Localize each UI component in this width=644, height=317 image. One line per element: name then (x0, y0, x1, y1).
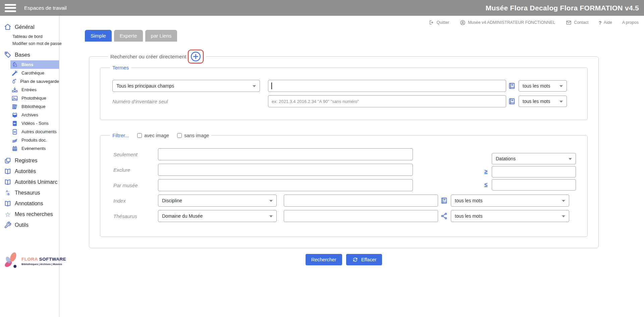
sidebar-item-phototheque[interactable]: Photothèque (10, 94, 59, 102)
greater-equal-link[interactable]: ≥ (484, 168, 487, 175)
date-to-input[interactable] (492, 179, 576, 191)
sidebar-item-bibliotheque[interactable]: Bibliothèque (10, 102, 59, 111)
star-icon: ☆ (4, 211, 11, 218)
sidebar-section-label: Bases (15, 52, 30, 58)
open-book-icon (4, 200, 11, 207)
inventory-number-input[interactable] (268, 95, 506, 107)
core-sample-icon (11, 70, 18, 76)
without-image-checkbox[interactable]: sans image (177, 133, 209, 138)
sidebar-item-outils[interactable]: Outils (0, 220, 59, 230)
contact-link[interactable]: Contact (565, 19, 588, 26)
tab-simple[interactable]: Simple (85, 30, 112, 42)
filter-legend[interactable]: Filtrer... (112, 133, 129, 138)
checkbox-icon (137, 133, 142, 138)
sidebar-item-autorites[interactable]: Autorités (0, 166, 59, 177)
share-network-icon[interactable] (440, 212, 448, 220)
workspace-label[interactable]: Espaces de travail (24, 5, 67, 11)
sidebar-item-videos-sons[interactable]: Vidéos - Sons (10, 119, 59, 127)
create-record-button[interactable] (190, 51, 201, 62)
hamburger-menu-icon[interactable] (5, 4, 16, 12)
user-menu[interactable]: Musée v4 ADMINISTRATEUR FONCTIONNEL (459, 19, 555, 26)
search-tabs: Simple Experte par Liens (85, 30, 177, 42)
inbox-download-icon (11, 87, 18, 93)
clear-button[interactable]: Effacer (346, 254, 382, 265)
field-scope-select[interactable]: Tous les principaux champs (112, 80, 260, 92)
sidebar-section-general[interactable]: Général (0, 22, 59, 31)
search-term-input[interactable] (268, 80, 506, 92)
app-title: Musée Flora Decalog Flora FORMATION v4.5 (486, 0, 639, 16)
tab-par-liens[interactable]: par Liens (145, 30, 177, 42)
thesaurus-scope-select[interactable]: Domaine du Musée (158, 210, 277, 222)
user-icon (459, 19, 466, 26)
exclude-input[interactable] (158, 164, 413, 176)
page: Espaces de travail Musée Flora Decalog F… (0, 0, 644, 317)
about-link[interactable]: A propos (622, 20, 639, 25)
index-book-icon[interactable] (440, 197, 448, 204)
date-from-input[interactable] (492, 166, 576, 177)
sort-alpha-icon: A↓↑B (4, 189, 11, 197)
index-book-icon[interactable] (508, 98, 516, 105)
datations-scope-select[interactable]: Datations (492, 153, 576, 164)
wrench-icon (4, 221, 11, 229)
search-panel-title: Rechercher ou créer directement (110, 54, 186, 60)
only-input[interactable] (158, 148, 413, 160)
tab-experte[interactable]: Experte (114, 30, 143, 42)
inventory-number-label: Numéro d'inventaire seul (112, 99, 260, 104)
index-scope-select[interactable]: Discipline (158, 195, 277, 207)
by-museum-label: Par musée (113, 182, 158, 188)
sidebar-item-modifier-mot-de-passe[interactable]: Modifier son mot de passe (12, 41, 59, 46)
only-label: Seulement (113, 152, 158, 157)
stacked-sheets-icon (11, 137, 18, 144)
home-icon (4, 23, 11, 31)
sidebar-item-entrees[interactable]: Entrées (10, 86, 59, 94)
sidebar: Général Tableau de bord Modifier son mot… (0, 16, 59, 317)
quit-link[interactable]: Quitter (428, 19, 449, 26)
open-box-icon (11, 112, 18, 118)
thesaurus-mode-select[interactable]: tous les mots (451, 210, 569, 222)
inventory-mode-select[interactable]: tous les mots (519, 96, 567, 107)
exclude-label: Exclure (113, 167, 158, 173)
books-icon (11, 103, 18, 110)
brand-secondary: SOFTWARE (39, 257, 66, 262)
index-label: Index (113, 198, 158, 204)
sidebar-item-thesaurus[interactable]: A↓↑B Thesaurus (0, 188, 59, 198)
with-image-checkbox[interactable]: avec image (137, 133, 169, 138)
help-link[interactable]: ? Aide (598, 20, 612, 25)
sidebar-section-label: Général (15, 24, 35, 30)
flora-flower-icon (2, 251, 20, 271)
thesaurus-label: Thésaurus (113, 213, 158, 219)
by-museum-input[interactable] (158, 179, 413, 191)
termes-legend[interactable]: Termes (110, 65, 131, 70)
sidebar-item-autorites-unimarc[interactable]: Autorités Unimarc (0, 177, 59, 188)
open-book-icon (4, 178, 11, 186)
calendar-icon (11, 145, 18, 152)
sidebar-item-biens[interactable]: ♘ Biens (10, 60, 59, 69)
sidebar-item-archives[interactable]: Archives (10, 111, 59, 119)
index-input[interactable] (284, 195, 438, 207)
sidebar-item-tableau-de-bord[interactable]: Tableau de bord (12, 34, 59, 39)
sidebar-item-autres-documents[interactable]: Autres documents (10, 127, 59, 136)
document-icon (11, 128, 18, 135)
stacked-pages-icon (4, 157, 11, 164)
search-button[interactable]: Rechercher (306, 254, 342, 265)
sidebar-item-annotations[interactable]: Annotations (0, 198, 59, 209)
annotation-highlight (188, 50, 204, 63)
index-mode-select[interactable]: tous les mots (451, 195, 569, 207)
sidebar-item-produits-doc[interactable]: Produits doc. (10, 136, 59, 144)
actions-row: Rechercher Effacer (89, 254, 599, 265)
index-book-icon[interactable] (508, 82, 516, 90)
video-file-icon (11, 120, 18, 127)
less-equal-link[interactable]: ≤ (484, 181, 487, 188)
sidebar-item-carotheque[interactable]: Carothèque (10, 69, 59, 77)
sidebar-item-registres[interactable]: Registres (0, 155, 59, 166)
chess-knight-icon: ♘ (11, 61, 18, 68)
sidebar-item-mes-recherches[interactable]: ☆ Mes recherches (0, 209, 59, 220)
refresh-icon (352, 256, 359, 263)
envelope-icon (565, 19, 572, 26)
sidebar-item-plan-de-sauvegarde[interactable]: Plan de sauvegarde (10, 77, 59, 86)
sidebar-section-bases[interactable]: Bases (0, 50, 59, 59)
thesaurus-input[interactable] (284, 210, 438, 222)
term-mode-select[interactable]: tous les mots (519, 80, 567, 92)
utility-bar: Quitter Musée v4 ADMINISTRATEUR FONCTION… (59, 16, 644, 29)
sidebar-item-evenements[interactable]: Evènements (10, 144, 59, 153)
